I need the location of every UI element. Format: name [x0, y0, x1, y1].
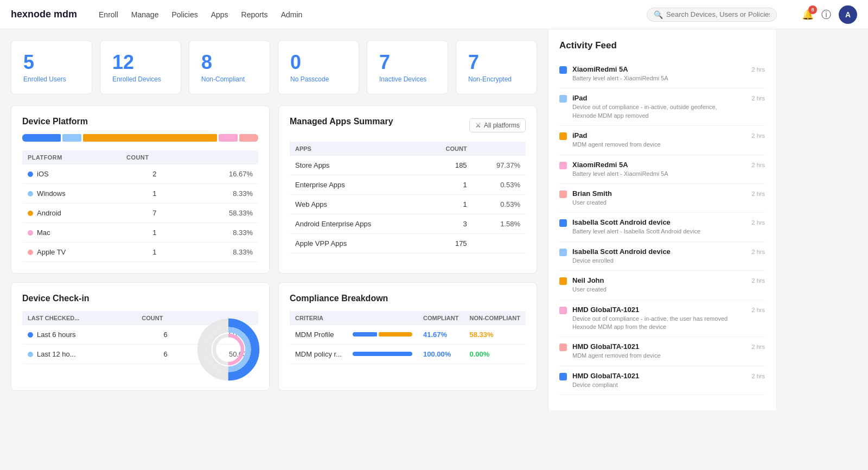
app-vpp-pct	[473, 233, 526, 253]
compliance-mdm-policy: MDM policy r...	[290, 344, 347, 364]
platform-name-android: Android	[22, 203, 121, 223]
activity-desc: Battery level alert - XiaomiRedmi 5A	[572, 74, 742, 82]
app-vpp-count: 175	[423, 233, 473, 253]
table-row: iOS 2 16.67%	[22, 164, 258, 184]
activity-body: Neil John User created	[572, 276, 742, 294]
main-content: 5 Enrolled Users 12 Enrolled Devices 8 N…	[0, 29, 548, 410]
app-store-count: 185	[423, 156, 473, 175]
app-enterprise: Enterprise Apps	[290, 175, 423, 194]
nav-reports[interactable]: Reports	[241, 10, 268, 19]
search-bar[interactable]: 🔍	[647, 8, 777, 22]
compliance-mdm-compliant-pct: 41.67%	[418, 325, 464, 345]
app-enterprise-count: 1	[423, 175, 473, 194]
checkin-col-last: LAST CHECKED...	[22, 311, 136, 325]
platform-col-count: COUNT	[121, 150, 188, 164]
nav-links: Enroll Manage Policies Apps Reports Admi…	[99, 10, 302, 19]
no-passcode-number: 0	[290, 52, 347, 73]
nav-manage[interactable]: Manage	[131, 10, 159, 19]
panels-row-2: Device Check-in LAST CHECKED... COUNT La…	[11, 282, 537, 391]
activity-dot	[559, 190, 567, 198]
activity-dot	[559, 249, 567, 256]
panels-row-1: Device Platform PLATFORM COUNT	[11, 105, 537, 274]
activity-list: XiaomiRedmi 5A Battery level alert - Xia…	[559, 60, 765, 395]
activity-dot	[559, 277, 567, 285]
compliance-col-compliant: COMPLIANT	[418, 311, 464, 325]
platform-count-android: 7	[121, 203, 188, 223]
stat-non-encrypted: 7 Non-Encrypted	[456, 40, 537, 94]
no-passcode-label: No Passcode	[290, 75, 347, 83]
activity-body: XiaomiRedmi 5A Battery level alert - Xia…	[572, 161, 742, 178]
compliance-mdm-profile: MDM Profile	[290, 325, 347, 345]
app-vpp: Apple VPP Apps	[290, 233, 423, 253]
activity-time: 2 hrs	[752, 161, 765, 178]
platform-pct-appletv: 8.33%	[188, 242, 258, 262]
activity-body: HMD GlobalTA-1021 Device out of complian…	[572, 306, 742, 332]
list-item: Brian Smith User created 2 hrs	[559, 184, 765, 213]
platform-count-mac: 1	[121, 223, 188, 242]
activity-name: XiaomiRedmi 5A	[572, 161, 742, 169]
table-row: MDM policy r... 100.00% 0.00%	[290, 344, 526, 364]
bar-windows	[62, 134, 81, 142]
activity-feed-panel: Activity Feed XiaomiRedmi 5A Battery lev…	[548, 29, 776, 410]
table-row: Apple TV 1 8.33%	[22, 242, 258, 262]
activity-name: iPad	[572, 131, 742, 139]
notification-button[interactable]: 🔔 8	[802, 9, 814, 21]
stat-inactive-devices: 7 Inactive Devices	[367, 40, 448, 94]
platform-bar	[22, 134, 258, 142]
activity-name: Neil John	[572, 276, 742, 284]
apps-col-count: COUNT	[423, 142, 473, 156]
activity-desc: Battery level alert - XiaomiRedmi 5A	[572, 170, 742, 178]
activity-desc: Battery level alert - Isabella Scott And…	[572, 227, 742, 236]
platform-name-ios: iOS	[22, 164, 121, 184]
device-platform-panel: Device Platform PLATFORM COUNT	[11, 105, 270, 274]
platform-count-appletv: 1	[121, 242, 188, 262]
nav-admin[interactable]: Admin	[281, 10, 303, 19]
search-icon: 🔍	[654, 10, 663, 19]
list-item: HMD GlobalTA-1021 Device out of complian…	[559, 300, 765, 338]
nav-apps[interactable]: Apps	[211, 10, 228, 19]
app-enterprise-pct: 0.53%	[473, 175, 526, 194]
platform-pct-windows: 8.33%	[188, 183, 258, 203]
stat-non-compliant: 8 Non-Compliant	[189, 40, 270, 94]
platform-col-pct	[188, 150, 258, 164]
activity-dot	[559, 373, 567, 380]
bar-mac	[219, 134, 238, 142]
activity-desc: User created	[572, 285, 742, 294]
search-input[interactable]	[666, 10, 770, 18]
app-web-pct: 0.53%	[473, 194, 526, 214]
activity-time: 2 hrs	[752, 131, 765, 149]
activity-dot	[559, 307, 567, 314]
list-item: iPad Device out of compliance - in-activ…	[559, 88, 765, 126]
non-encrypted-number: 7	[468, 52, 525, 73]
platform-name-windows: Windows	[22, 183, 121, 203]
bar-appletv	[239, 134, 258, 142]
app-store-pct: 97.37%	[473, 156, 526, 175]
activity-body: iPad MDM agent removed from device	[572, 131, 742, 149]
activity-name: XiaomiRedmi 5A	[572, 65, 742, 73]
activity-dot	[559, 95, 567, 103]
nav-policies[interactable]: Policies	[171, 10, 197, 19]
nav-enroll[interactable]: Enroll	[99, 10, 118, 19]
list-item: XiaomiRedmi 5A Battery level alert - Xia…	[559, 155, 765, 184]
platform-filter-button[interactable]: ⚔ All platforms	[469, 118, 526, 132]
app-store-apps: Store Apps	[290, 156, 423, 175]
list-item: Isabella Scott Android device Battery le…	[559, 213, 765, 242]
list-item: HMD GlobalTA-1021 Device compliant 2 hrs	[559, 366, 765, 395]
activity-body: Isabella Scott Android device Device enr…	[572, 247, 742, 265]
compliance-col-criteria: CRITERIA	[290, 311, 347, 325]
activity-dot	[559, 162, 567, 169]
platform-col-platform: PLATFORM	[22, 150, 121, 164]
list-item: iPad MDM agent removed from device 2 hrs	[559, 126, 765, 155]
compliance-policy-noncompliant-pct: 0.00%	[464, 344, 526, 364]
activity-body: XiaomiRedmi 5A Battery level alert - Xia…	[572, 65, 742, 82]
device-platform-title: Device Platform	[22, 117, 258, 126]
notification-badge: 8	[808, 5, 817, 14]
device-checkin-title: Device Check-in	[22, 294, 258, 303]
avatar[interactable]: A	[839, 5, 857, 24]
table-row: Android 7 58.33%	[22, 203, 258, 223]
checkin-col-count: COUNT	[136, 311, 195, 325]
compliance-col-noncompliant: NON-COMPLIANT	[464, 311, 526, 325]
help-button[interactable]: ⓘ	[821, 8, 831, 21]
activity-dot	[559, 219, 567, 227]
activity-time: 2 hrs	[752, 247, 765, 265]
